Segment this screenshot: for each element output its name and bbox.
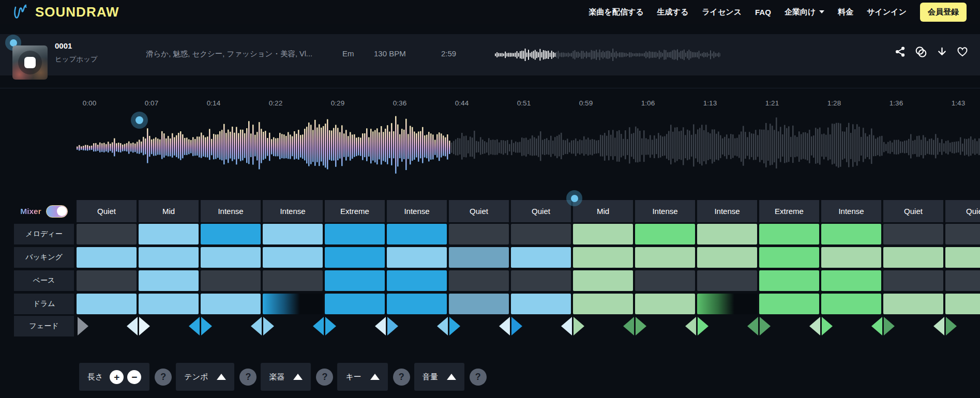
help-icon[interactable]: ? [470, 369, 487, 386]
grid-cell[interactable] [821, 224, 881, 244]
control-2[interactable]: 楽器 [261, 363, 311, 391]
grid-cell[interactable] [883, 294, 943, 314]
fade-in-triangle[interactable] [201, 317, 212, 335]
hint-dot[interactable] [131, 112, 148, 129]
energy-cell-13[interactable]: Quiet [883, 200, 943, 222]
grid-cell[interactable] [697, 270, 757, 291]
grid-cell[interactable] [759, 224, 819, 244]
grid-cell[interactable] [263, 224, 323, 244]
fade-out-triangle[interactable] [685, 317, 696, 335]
grid-cell[interactable] [511, 270, 571, 291]
energy-cell-2[interactable]: Intense [201, 200, 261, 222]
grid-cell[interactable] [511, 247, 571, 268]
grid-cell[interactable] [511, 224, 571, 244]
album-art[interactable] [12, 45, 48, 80]
fade-in-triangle[interactable] [822, 317, 833, 335]
grid-cell[interactable] [635, 247, 695, 268]
grid-cell[interactable] [139, 224, 199, 244]
grid-cell[interactable] [883, 224, 943, 244]
help-icon[interactable]: ? [316, 369, 333, 386]
grid-cell[interactable] [263, 294, 323, 314]
grid-cell[interactable] [945, 270, 980, 291]
stop-button[interactable] [18, 51, 42, 74]
energy-cell-7[interactable]: Quiet [511, 200, 571, 222]
grid-cell[interactable] [387, 294, 447, 314]
fade-in-triangle[interactable] [78, 317, 88, 335]
minus-icon[interactable]: − [127, 370, 141, 384]
fade-in-triangle[interactable] [263, 317, 274, 335]
nav-item-6[interactable]: サインイン [867, 7, 907, 17]
fade-in-triangle[interactable] [387, 317, 398, 335]
grid-cell[interactable] [697, 224, 757, 244]
grid-cell[interactable] [759, 247, 819, 268]
fade-in-triangle[interactable] [636, 317, 646, 335]
energy-cell-1[interactable]: Mid [139, 200, 199, 222]
nav-item-4[interactable]: 企業向け [785, 7, 824, 17]
fade-out-triangle[interactable] [313, 317, 324, 335]
heart-icon[interactable] [956, 45, 969, 58]
grid-cell[interactable] [387, 270, 447, 291]
grid-cell[interactable] [883, 270, 943, 291]
fade-out-triangle[interactable] [499, 317, 510, 335]
fade-out-triangle[interactable] [871, 317, 882, 335]
fade-in-triangle[interactable] [511, 317, 522, 335]
video-icon[interactable] [915, 45, 927, 58]
grid-cell[interactable] [325, 294, 385, 314]
download-icon[interactable] [936, 45, 948, 58]
fade-out-triangle[interactable] [933, 317, 944, 335]
grid-cell[interactable] [573, 247, 633, 268]
control-0[interactable]: 長さ+− [79, 363, 149, 391]
grid-cell[interactable] [573, 224, 633, 244]
nav-item-5[interactable]: 料金 [838, 7, 853, 17]
grid-cell[interactable] [263, 247, 323, 268]
fade-in-triangle[interactable] [946, 317, 957, 335]
fade-in-triangle[interactable] [449, 317, 460, 335]
caret-up-icon[interactable] [217, 374, 226, 380]
caret-up-icon[interactable] [370, 374, 380, 380]
grid-cell[interactable] [697, 294, 757, 314]
grid-cell[interactable] [573, 294, 633, 314]
fade-out-triangle[interactable] [189, 317, 200, 335]
energy-cell-5[interactable]: Intense [387, 200, 447, 222]
energy-cell-10[interactable]: Intense [697, 200, 757, 222]
grid-cell[interactable] [945, 294, 980, 314]
grid-cell[interactable] [759, 270, 819, 291]
grid-cell[interactable] [449, 224, 509, 244]
grid-cell[interactable] [325, 270, 385, 291]
control-3[interactable]: キー [337, 363, 387, 391]
grid-cell[interactable] [201, 270, 261, 291]
grid-cell[interactable] [449, 294, 509, 314]
energy-cell-14[interactable]: Quiet [945, 200, 980, 222]
energy-cell-8[interactable]: Mid [573, 200, 633, 222]
fade-out-triangle[interactable] [375, 317, 386, 335]
grid-cell[interactable] [759, 294, 819, 314]
grid-cell[interactable] [449, 247, 509, 268]
signup-button[interactable]: 会員登録 [920, 3, 967, 22]
fade-in-triangle[interactable] [325, 317, 336, 335]
grid-cell[interactable] [77, 270, 137, 291]
caret-up-icon[interactable] [293, 374, 303, 380]
main-waveform[interactable] [77, 115, 980, 185]
energy-cell-11[interactable]: Extreme [759, 200, 819, 222]
plus-icon[interactable]: + [110, 370, 124, 384]
help-icon[interactable]: ? [155, 369, 172, 386]
fade-in-triangle[interactable] [760, 317, 771, 335]
grid-cell[interactable] [449, 270, 509, 291]
mixer-toggle[interactable] [46, 205, 68, 218]
grid-cell[interactable] [139, 294, 199, 314]
grid-cell[interactable] [325, 247, 385, 268]
grid-cell[interactable] [77, 294, 137, 314]
energy-cell-9[interactable]: Intense [635, 200, 695, 222]
grid-cell[interactable] [635, 224, 695, 244]
energy-cell-0[interactable]: Quiet [77, 200, 137, 222]
grid-cell[interactable] [201, 247, 261, 268]
help-icon[interactable]: ? [393, 369, 410, 386]
grid-cell[interactable] [77, 247, 137, 268]
grid-cell[interactable] [883, 247, 943, 268]
grid-cell[interactable] [139, 270, 199, 291]
mini-waveform[interactable] [495, 48, 720, 62]
share-icon[interactable] [894, 45, 907, 58]
fade-out-triangle[interactable] [127, 317, 138, 335]
grid-cell[interactable] [387, 247, 447, 268]
energy-cell-12[interactable]: Intense [821, 200, 881, 222]
